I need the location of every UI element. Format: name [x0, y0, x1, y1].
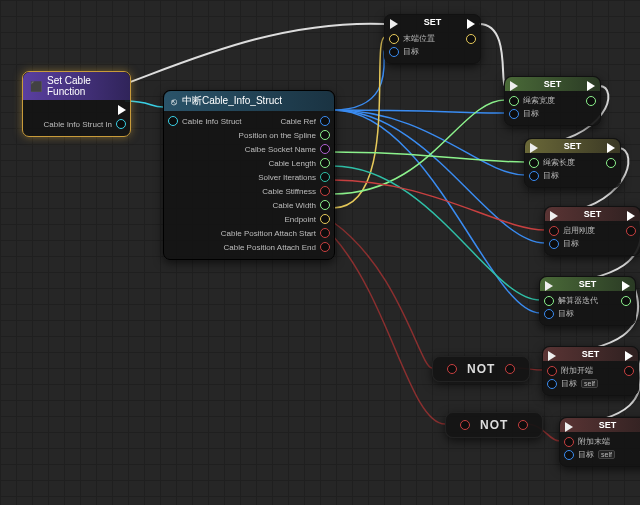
exec-in-icon[interactable]: [390, 19, 398, 29]
self-pill: self: [598, 450, 615, 459]
exec-out-icon[interactable]: [118, 105, 126, 115]
pin-icon[interactable]: [460, 420, 470, 430]
set-header: SET: [543, 347, 638, 361]
pin-icon[interactable]: [564, 450, 574, 460]
pin-icon[interactable]: [509, 109, 519, 119]
break-out-2: Calbe Socket Name: [245, 145, 316, 154]
pin-icon[interactable]: [529, 171, 539, 181]
not-label: NOT: [467, 362, 495, 376]
break-out-5: Cable Stiffness: [262, 187, 316, 196]
pin-icon[interactable]: [549, 239, 559, 249]
target-label: 目标: [561, 378, 577, 389]
break-icon: ⎋: [171, 96, 177, 107]
set-var-3: 启用刚度: [563, 225, 595, 236]
pin-icon[interactable]: [544, 296, 554, 306]
pin-icon[interactable]: [320, 158, 330, 168]
set-header: SET: [525, 139, 620, 153]
struct-pin-icon[interactable]: [116, 119, 126, 129]
pin-icon[interactable]: [320, 186, 330, 196]
pin-icon[interactable]: [320, 228, 330, 238]
pin-icon[interactable]: [320, 130, 330, 140]
break-out-6: Cable Width: [272, 201, 316, 210]
pin-icon[interactable]: [320, 214, 330, 224]
not-node-1[interactable]: NOT: [445, 412, 543, 438]
break-out-9: Cable Position Attach End: [223, 243, 316, 252]
exec-in-icon[interactable]: [510, 81, 518, 91]
break-struct-node[interactable]: ⎋ 中断Cable_Info_Struct Cable Info Struct …: [163, 90, 335, 260]
pin-icon[interactable]: [320, 144, 330, 154]
exec-in-icon[interactable]: [550, 211, 558, 221]
set-title: SET: [582, 349, 600, 359]
break-out-3: Cable Length: [268, 159, 316, 168]
exec-in-icon[interactable]: [548, 351, 556, 361]
pin-icon[interactable]: [564, 437, 574, 447]
set-node-1[interactable]: SET 绳索宽度 目标: [504, 76, 601, 126]
exec-in-icon[interactable]: [545, 281, 553, 291]
set-var-1: 绳索宽度: [523, 95, 555, 106]
pin-icon[interactable]: [549, 226, 559, 236]
exec-in-icon[interactable]: [530, 143, 538, 153]
pin-icon[interactable]: [509, 96, 519, 106]
pin-icon[interactable]: [626, 226, 636, 236]
pin-icon[interactable]: [529, 158, 539, 168]
pin-icon[interactable]: [547, 379, 557, 389]
break-out-1: Position on the Spline: [239, 131, 316, 140]
exec-out-icon[interactable]: [625, 351, 633, 361]
pin-icon[interactable]: [389, 34, 399, 44]
pin-icon[interactable]: [547, 366, 557, 376]
pin-icon[interactable]: [466, 34, 476, 44]
pin-icon[interactable]: [606, 158, 616, 168]
pin-icon[interactable]: [505, 364, 515, 374]
set-node-2[interactable]: SET 绳索长度 目标: [524, 138, 621, 188]
pin-icon[interactable]: [320, 242, 330, 252]
set-node-3[interactable]: SET 启用刚度 目标: [544, 206, 640, 256]
set-header: SET: [545, 207, 640, 221]
fn-set-cable-function[interactable]: ⬛ Set Cable Function Cable Info Struct I…: [22, 71, 131, 137]
target-label: 目标: [578, 449, 594, 460]
pin-icon[interactable]: [544, 309, 554, 319]
set-header: SET: [505, 77, 600, 91]
pin-icon[interactable]: [320, 116, 330, 126]
set-title: SET: [564, 141, 582, 151]
fn-pin-label: Cable Info Struct In: [44, 120, 112, 129]
pin-icon[interactable]: [624, 366, 634, 376]
set-node-5[interactable]: SET 附加开端 目标 self: [542, 346, 639, 396]
break-input-label: Cable Info Struct: [182, 117, 242, 126]
pin-icon[interactable]: [447, 364, 457, 374]
pin-icon[interactable]: [586, 96, 596, 106]
set-header: SET: [385, 15, 480, 29]
not-node-0[interactable]: NOT: [432, 356, 530, 382]
exec-out-icon[interactable]: [607, 143, 615, 153]
self-pill: self: [581, 379, 598, 388]
pin-icon[interactable]: [389, 47, 399, 57]
target-label: 目标: [558, 308, 574, 319]
pin-icon[interactable]: [518, 420, 528, 430]
set-var-2: 绳索长度: [543, 157, 575, 168]
not-label: NOT: [480, 418, 508, 432]
set-header: SET: [560, 418, 640, 432]
break-header: ⎋ 中断Cable_Info_Struct: [164, 91, 334, 111]
break-out-8: Cable Position Attach Start: [221, 229, 316, 238]
pin-icon[interactable]: [621, 296, 631, 306]
exec-out-icon[interactable]: [622, 281, 630, 291]
set-title: SET: [544, 79, 562, 89]
set-var-0: 末端位置: [403, 33, 435, 44]
exec-out-icon[interactable]: [627, 211, 635, 221]
set-node-4[interactable]: SET 解算器迭代 目标: [539, 276, 636, 326]
exec-in-icon[interactable]: [565, 422, 573, 432]
set-title: SET: [584, 209, 602, 219]
exec-out-icon[interactable]: [467, 19, 475, 29]
target-label: 目标: [523, 108, 539, 119]
pin-icon[interactable]: [320, 200, 330, 210]
fn-title: Set Cable Function: [47, 75, 123, 97]
exec-out-icon[interactable]: [587, 81, 595, 91]
break-out-4: Solver Iterations: [258, 173, 316, 182]
pin-icon[interactable]: [320, 172, 330, 182]
set-header: SET: [540, 277, 635, 291]
target-label: 目标: [563, 238, 579, 249]
break-out-0: Cable Ref: [280, 117, 316, 126]
set-title: SET: [599, 420, 617, 430]
set-node-0[interactable]: SET 末端位置 目标: [384, 14, 481, 64]
struct-in-pin-icon[interactable]: [168, 116, 178, 126]
set-node-6[interactable]: SET 附加末端 目标 self: [559, 417, 640, 467]
